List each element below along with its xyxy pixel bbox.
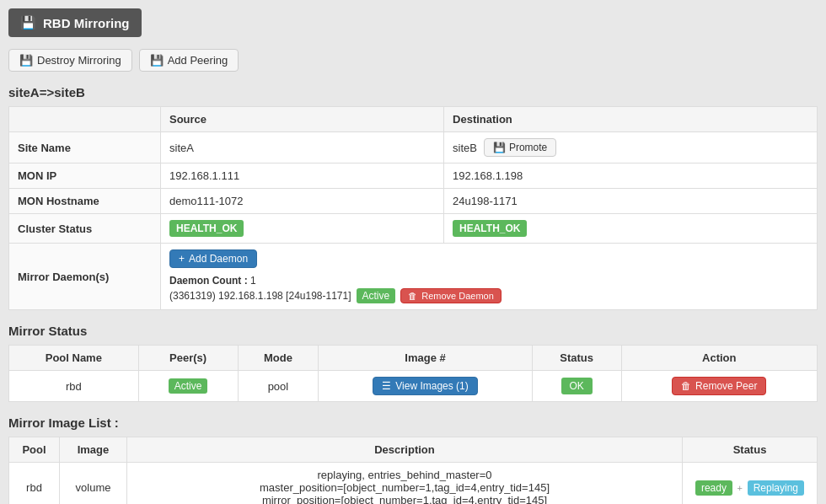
remove-daemon-button[interactable]: 🗑 Remove Daemon [400, 288, 502, 303]
mode-cell: pool [238, 371, 319, 402]
source-mon-ip: 192.168.1.111 [161, 164, 444, 189]
dest-cluster-status: HEALTH_OK [444, 214, 818, 244]
img-status-cell: ready + Replaying [683, 463, 818, 505]
source-mon-hostname: demo111-1072 [161, 189, 444, 214]
img-status-header: Status [683, 437, 818, 463]
table-row-cluster-status: Cluster Status HEALTH_OK HEALTH_OK [9, 214, 818, 244]
img-pool-header: Pool [9, 437, 60, 463]
mirror-image-row: rbd volume replaying, entries_behind_mas… [9, 463, 818, 505]
col-label-header [9, 107, 161, 132]
cluster-status-label: Cluster Status [9, 214, 161, 244]
mirror-daemons-label: Mirror Daemon(s) [9, 244, 161, 310]
mirror-image-section: Mirror Image List : Pool Image Descripti… [8, 416, 818, 504]
dest-mon-ip: 192.168.1.198 [444, 164, 818, 189]
img-image-cell: volume [60, 463, 127, 505]
img-image-header: Image [60, 437, 127, 463]
promote-icon: 💾 [493, 142, 506, 153]
status-header: Status [532, 346, 621, 371]
promote-button[interactable]: 💾 Promote [484, 138, 556, 157]
peers-active-badge: Active [169, 378, 208, 394]
daemon-active-badge: Active [357, 288, 396, 303]
mirror-image-list-title: Mirror Image List : [8, 416, 818, 430]
source-site-name: siteA [161, 132, 444, 164]
remove-peer-icon: 🗑 [681, 380, 691, 392]
image-hash-header: Image # [319, 346, 532, 371]
table-row-mirror-daemons: Mirror Daemon(s) + Add Daemon Daemon Cou… [9, 244, 818, 310]
source-cluster-status: HEALTH_OK [161, 214, 444, 244]
source-health-badge: HEALTH_OK [169, 220, 244, 237]
add-peering-icon: 💾 [150, 54, 164, 67]
daemon-count-line: Daemon Count : 1 [169, 275, 808, 287]
pool-name-header: Pool Name [9, 346, 139, 371]
add-peering-button[interactable]: 💾 Add Peering [139, 49, 239, 72]
table-row-mon-ip: MON IP 192.168.1.111 192.168.1.198 [9, 164, 818, 189]
destroy-icon: 💾 [19, 54, 33, 67]
mon-hostname-label: MON Hostname [9, 189, 161, 214]
table-row-site-name: Site Name siteA siteB 💾 Promote [9, 132, 818, 164]
table-row-mon-hostname: MON Hostname demo111-1072 24u198-1171 [9, 189, 818, 214]
daemon-detail-line: (3361319) 192.168.1.198 [24u198-1171] Ac… [169, 288, 808, 303]
page-title: RBD Mirroring [43, 16, 130, 30]
site-name-label: Site Name [9, 132, 161, 164]
mirror-status-title: Mirror Status [8, 324, 818, 338]
mon-ip-label: MON IP [9, 164, 161, 189]
info-table: Source Destination Site Name siteA siteB… [8, 106, 818, 310]
destination-header: Destination [444, 107, 818, 132]
img-description-header: Description [127, 437, 683, 463]
view-images-button[interactable]: ☰ View Images (1) [373, 377, 477, 395]
status-cell: OK [532, 371, 621, 402]
img-description-cell: replaying, entries_behind_master=0 maste… [127, 463, 683, 505]
mirror-daemons-cell: + Add Daemon Daemon Count : 1 (3361319) … [161, 244, 818, 310]
ready-badge: ready [695, 480, 732, 496]
page-header: 💾 RBD Mirroring [8, 8, 142, 37]
remove-peer-button[interactable]: 🗑 Remove Peer [672, 377, 766, 395]
peers-header: Peer(s) [138, 346, 238, 371]
mirror-image-list-table: Pool Image Description Status rbd volume… [8, 437, 818, 504]
img-pool-cell: rbd [9, 463, 60, 505]
mirror-status-section: Mirror Status Pool Name Peer(s) Mode Ima… [8, 324, 818, 402]
source-header: Source [161, 107, 444, 132]
mirror-status-row: rbd Active pool ☰ View Images (1) OK 🗑 [9, 371, 818, 402]
status-ok-badge: OK [561, 378, 593, 394]
add-daemon-button[interactable]: + Add Daemon [169, 249, 257, 268]
destroy-mirroring-button[interactable]: 💾 Destroy Mirroring [8, 49, 132, 72]
mirror-status-table: Pool Name Peer(s) Mode Image # Status Ac… [8, 345, 818, 402]
action-header: Action [621, 346, 817, 371]
view-images-icon: ☰ [382, 380, 391, 392]
dest-mon-hostname: 24u198-1171 [444, 189, 818, 214]
dest-site-name: siteB 💾 Promote [444, 132, 818, 164]
add-daemon-icon: + [179, 253, 185, 265]
image-cell: ☰ View Images (1) [319, 371, 532, 402]
toolbar: 💾 Destroy Mirroring 💾 Add Peering [8, 49, 818, 72]
replaying-badge: Replaying [748, 480, 804, 496]
pool-name-cell: rbd [9, 371, 139, 402]
remove-daemon-icon: 🗑 [408, 291, 417, 301]
section-title: siteA=>siteB [8, 85, 818, 99]
dest-health-badge: HEALTH_OK [453, 220, 527, 237]
mode-header: Mode [238, 346, 319, 371]
peers-cell: Active [138, 371, 238, 402]
action-cell: 🗑 Remove Peer [621, 371, 817, 402]
hdd-icon: 💾 [20, 15, 36, 30]
